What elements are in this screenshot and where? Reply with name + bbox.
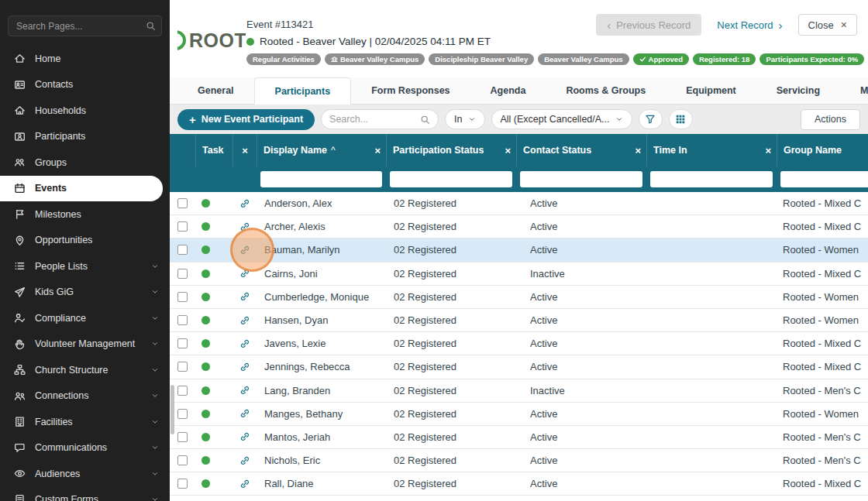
column-header-name[interactable]: Display Name^×	[257, 134, 386, 166]
clear-column-icon[interactable]: ×	[242, 146, 248, 156]
table-row-anderson-alex[interactable]: Anderson, Alex02 RegisteredActiveRooted …	[170, 192, 868, 215]
filter-input-group[interactable]	[780, 171, 868, 187]
sidebar-item-events[interactable]: Events	[0, 176, 163, 202]
row-link-cell[interactable]	[232, 268, 257, 279]
row-link-cell[interactable]	[232, 315, 257, 326]
link-icon[interactable]	[239, 245, 250, 256]
tab-agenda[interactable]: Agenda	[470, 77, 546, 104]
sidebar-item-church-structure[interactable]: Church Structure	[0, 357, 170, 383]
table-row-mantos-jeriah[interactable]: Mantos, Jeriah02 RegisteredActiveRooted …	[170, 426, 868, 449]
filter-button[interactable]	[639, 109, 663, 129]
actions-button[interactable]: Actions	[801, 109, 860, 130]
table-row-manges-bethany[interactable]: Manges, Bethany02 RegisteredActiveRooted…	[170, 403, 868, 426]
clear-column-icon[interactable]: ×	[765, 146, 771, 156]
row-checkbox[interactable]	[177, 432, 188, 442]
row-checkbox[interactable]	[177, 409, 188, 419]
row-checkbox[interactable]	[177, 269, 188, 279]
link-icon[interactable]	[239, 338, 250, 349]
column-header-cstatus[interactable]: Contact Status×	[516, 134, 646, 166]
previous-record-button[interactable]: ‹ Previous Record	[596, 14, 701, 36]
filter-input-timein[interactable]	[650, 171, 773, 187]
tab-form-responses[interactable]: Form Responses	[351, 77, 470, 104]
sidebar-item-opportunities[interactable]: Opportunities	[0, 228, 170, 254]
filter-input-cstatus[interactable]	[520, 171, 642, 187]
sidebar-item-custom-forms[interactable]: Custom Forms	[0, 487, 170, 501]
row-checkbox[interactable]	[177, 198, 188, 208]
row-link-cell[interactable]	[232, 291, 257, 302]
sidebar-item-connections[interactable]: Connections	[0, 383, 170, 410]
column-header-task[interactable]: Task	[195, 134, 232, 166]
table-search-input[interactable]	[329, 114, 420, 125]
row-link-cell[interactable]	[232, 455, 257, 466]
view-filter-dropdown[interactable]: All (Except Cancelled/A...	[491, 109, 632, 129]
filter-input-name[interactable]	[260, 171, 382, 187]
sidebar-item-groups[interactable]: Groups	[0, 149, 170, 176]
row-checkbox[interactable]	[177, 338, 188, 348]
link-icon[interactable]	[239, 268, 250, 279]
row-checkbox[interactable]	[177, 245, 188, 255]
sidebar-item-facilities[interactable]: Facilities	[0, 409, 170, 435]
tab-equipment[interactable]: Equipment	[666, 77, 756, 104]
row-link-cell[interactable]	[232, 479, 257, 489]
tab-general[interactable]: General	[177, 77, 254, 104]
table-row-bauman-marilyn[interactable]: Bauman, Marilyn02 RegisteredActiveRooted…	[170, 238, 868, 262]
row-link-cell[interactable]	[232, 198, 257, 209]
clear-column-icon[interactable]: ×	[374, 146, 381, 156]
table-row-nichols-eric[interactable]: Nichols, Eric02 RegisteredActiveRooted -…	[170, 449, 868, 472]
tab-rooms-groups[interactable]: Rooms & Groups	[546, 77, 666, 104]
table-row-jennings-rebecca[interactable]: Jennings, Rebecca02 RegisteredActiveRoot…	[170, 355, 868, 379]
row-checkbox[interactable]	[177, 315, 188, 325]
row-link-cell[interactable]	[232, 221, 257, 232]
sidebar-item-contacts[interactable]: Contacts	[0, 72, 170, 98]
link-icon[interactable]	[239, 198, 250, 209]
sidebar-item-volunteer-management[interactable]: Volunteer Management	[0, 331, 170, 358]
filter-input-pstatus[interactable]	[390, 171, 512, 187]
link-icon[interactable]	[239, 315, 250, 326]
row-link-cell[interactable]	[232, 338, 257, 349]
next-record-button[interactable]: Next Record ›	[714, 14, 785, 36]
table-row-hansen-dyan[interactable]: Hansen, Dyan02 RegisteredActiveRooted - …	[170, 309, 868, 332]
table-row-lang-branden[interactable]: Lang, Branden02 RegisteredInactiveRooted…	[170, 379, 868, 403]
row-checkbox[interactable]	[177, 479, 188, 489]
row-link-cell[interactable]	[232, 362, 257, 372]
sidebar-item-home[interactable]: Home	[0, 46, 170, 72]
row-link-cell[interactable]	[232, 408, 257, 419]
row-link-cell[interactable]	[232, 245, 257, 256]
column-header-timein[interactable]: Time In×	[646, 134, 777, 166]
search-pages-input[interactable]	[8, 15, 162, 36]
sidebar-item-milestones[interactable]: Milestones	[0, 201, 170, 228]
link-icon[interactable]	[239, 221, 250, 232]
clear-column-icon[interactable]: ×	[635, 146, 641, 156]
grid-view-button[interactable]	[669, 109, 693, 129]
table-row-rall-diane[interactable]: Rall, Diane02 RegisteredActiveRooted - M…	[170, 472, 868, 496]
table-row-cumberledge-monique[interactable]: Cumberledge, Monique02 RegisteredActiveR…	[170, 286, 868, 309]
sidebar-item-kids-gig[interactable]: Kids GiG	[0, 280, 170, 306]
tab-metrics[interactable]: Metrics	[840, 77, 868, 104]
sidebar-scrollbar[interactable]	[170, 385, 174, 434]
sidebar-item-communications[interactable]: Communications	[0, 435, 170, 462]
link-icon[interactable]	[239, 431, 250, 442]
sidebar-item-audiences[interactable]: Audiences	[0, 461, 170, 487]
sidebar-item-compliance[interactable]: Compliance	[0, 305, 170, 331]
row-checkbox[interactable]	[177, 362, 188, 372]
new-event-participant-button[interactable]: + New Event Participant	[177, 109, 315, 130]
table-row-cairns-joni[interactable]: Cairns, Joni02 RegisteredInactiveRooted …	[170, 263, 868, 286]
link-icon[interactable]	[239, 479, 250, 489]
sidebar-item-participants[interactable]: Participants	[0, 124, 170, 150]
sidebar-item-households[interactable]: Households	[0, 98, 170, 124]
link-icon[interactable]	[239, 362, 250, 372]
row-checkbox[interactable]	[177, 386, 188, 396]
table-row-javens-lexie[interactable]: Javens, Lexie02 RegisteredActiveRooted -…	[170, 332, 868, 355]
row-checkbox[interactable]	[177, 292, 188, 302]
close-button[interactable]: Close ×	[798, 14, 857, 36]
scope-dropdown[interactable]: In	[445, 109, 484, 129]
row-link-cell[interactable]	[232, 385, 257, 396]
tab-participants[interactable]: Participants	[254, 77, 352, 105]
link-icon[interactable]	[239, 291, 250, 302]
link-icon[interactable]	[239, 455, 250, 466]
link-icon[interactable]	[239, 385, 250, 396]
row-link-cell[interactable]	[232, 431, 257, 442]
column-header-group[interactable]: Group Name	[777, 134, 868, 166]
tab-servicing[interactable]: Servicing	[756, 77, 840, 104]
row-checkbox[interactable]	[177, 455, 188, 465]
